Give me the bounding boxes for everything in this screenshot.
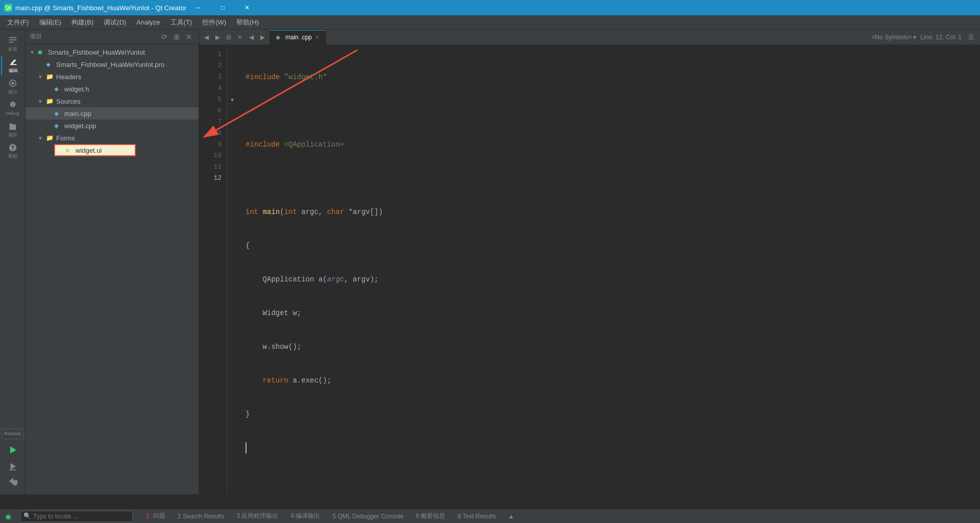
expand-btn[interactable]: ▲ (505, 512, 518, 521)
menu-build[interactable]: 构建(B) (66, 15, 99, 30)
nav-forward-btn[interactable]: ▶ (212, 32, 223, 42)
nav-prev-btn[interactable]: ◀ (246, 32, 256, 42)
run-button[interactable] (4, 442, 22, 458)
symbols-selector[interactable]: <No Symbols> ▾ (871, 34, 916, 41)
locate-search-input[interactable] (20, 511, 133, 522)
maximize-button[interactable]: □ (211, 0, 234, 15)
app-icon: Qt (4, 4, 12, 12)
svg-rect-0 (9, 37, 16, 38)
fold-arrow-5[interactable]: ▼ (227, 94, 237, 105)
nav-back-btn[interactable]: ◀ (201, 32, 211, 42)
line-col-display: Line: 12, Col: 1 (920, 34, 962, 41)
run-debug-button[interactable] (4, 459, 22, 474)
debug-icon-btn[interactable]: Debug (1, 98, 24, 118)
menu-controls[interactable]: 控件(W) (197, 15, 231, 30)
svg-point-4 (11, 82, 14, 84)
line-num-5: 5 (217, 94, 222, 105)
tree-headers-label: Headers (56, 73, 81, 81)
menu-file[interactable]: 文件(F) (2, 15, 34, 30)
tree-sources-folder[interactable]: ▼ 📁 Sources (26, 95, 199, 107)
include2-keyword: #include (246, 139, 284, 150)
lparen: ( (280, 206, 284, 218)
welcome-icon-btn[interactable]: 欢迎 (1, 34, 24, 54)
return-indent (246, 375, 263, 386)
code-content[interactable]: #include "widget.h" #include <QApplicati… (237, 45, 980, 494)
char-keyword: char (327, 206, 345, 218)
tree-pro-label: Smarts_Fishbowl_HuaWeiYunIot.pro (56, 61, 164, 68)
tab-main-cpp[interactable]: ◈ main .cpp ✕ (270, 30, 326, 44)
tree-headers-folder[interactable]: ▼ 📁 Headers (26, 70, 199, 83)
menu-bar: 文件(F) 编辑(E) 构建(B) 调试(D) Analyze 工具(T) 控件… (0, 15, 980, 30)
tab-close-btn[interactable]: ✕ (315, 34, 320, 41)
argc-param: argc, (297, 206, 327, 218)
line-num-1: 1 (217, 49, 222, 60)
nav-next-btn[interactable]: ▶ (257, 32, 267, 42)
tree-root[interactable]: ▼ ■ Smarts_Fishbowl_HuaWeiYunIot (26, 46, 199, 58)
tab-problems[interactable]: 1 问题 (143, 511, 168, 521)
argc-var: argc (327, 274, 345, 285)
sidebar-close-btn[interactable]: ✕ (183, 31, 194, 42)
edit-icon-btn[interactable]: 编辑 (1, 55, 24, 76)
editor-wrapper: ◀ ▶ ⊞ ✕ ◀ ▶ ◈ main .cpp ✕ <No Symbols> ▾… (199, 30, 980, 494)
svg-rect-1 (9, 39, 16, 40)
editor-options-btn[interactable]: ☰ (966, 32, 976, 42)
sidebar-sync-btn[interactable]: ⟳ (159, 31, 170, 42)
tree-forms-folder[interactable]: ▼ 📁 Forms (26, 132, 199, 144)
tree-main-cpp[interactable]: ◈ main.cpp (26, 107, 199, 120)
tab-app-output[interactable]: 3 应用程序输出 (233, 511, 281, 521)
activity-bar: 欢迎 编辑 设计 Debug 项目 帮助 (0, 30, 26, 494)
code-line-9: w.show(); (246, 341, 972, 352)
code-line-12 (246, 442, 972, 454)
code-line-7: QApplication a(argc, argv); (246, 274, 972, 285)
tree-root-label: Smarts_Fishbowl_HuaWeiYunIot (48, 49, 145, 56)
search-icon: 🔍 (23, 512, 31, 519)
project-icon-btn[interactable]: 项目 (1, 120, 24, 140)
tab-compile-output[interactable]: 4 编译输出 (287, 511, 323, 521)
menu-help[interactable]: 帮助(H) (231, 15, 264, 30)
tab-main-cpp-label: main .cpp (285, 34, 312, 41)
tab-qml-console[interactable]: 5 QML Debugger Console (329, 512, 406, 521)
help-label: 帮助 (8, 153, 17, 160)
debug-label: Debug (6, 111, 19, 116)
design-icon-btn[interactable]: 设计 (1, 77, 24, 97)
tab-summary[interactable]: 6 概要信息 (412, 511, 448, 521)
menu-tools[interactable]: 工具(T) (165, 15, 198, 30)
close-button[interactable]: ✕ (235, 0, 259, 15)
code-line-1: #include "widget.h" (246, 72, 972, 83)
status-bar: ◉ 🔍 1 问题 2 Search Results 3 应用程序输出 4 编译输… (0, 509, 980, 523)
show-stmt: w.show(); (246, 341, 301, 352)
code-line-2 (246, 105, 972, 116)
minimize-button[interactable]: ─ (186, 0, 210, 15)
main-funcname: main (263, 206, 280, 218)
window-controls: ─ □ ✕ (186, 0, 259, 15)
menu-debug[interactable]: 调试(D) (99, 15, 131, 30)
nav-refresh-btn[interactable]: ⊞ (224, 32, 234, 42)
code-line-11: } (246, 409, 972, 420)
widget-stmt: Widget w; (246, 307, 301, 319)
tree-widget-cpp[interactable]: ◈ widget.cpp (26, 120, 199, 132)
edit-label: 编辑 (9, 67, 18, 74)
menu-edit[interactable]: 编辑(E) (34, 15, 66, 30)
line-num-3: 3 (217, 72, 222, 83)
return-keyword: return (263, 375, 288, 386)
tree-widget-h[interactable]: ◈ widget.h (26, 83, 199, 95)
welcome-label: 欢迎 (8, 46, 17, 53)
include-string: "widget.h" (284, 72, 327, 83)
nav-close-btn[interactable]: ✕ (235, 32, 245, 42)
build-button[interactable] (4, 475, 22, 490)
line-numbers: 1 2 3 4 5 6 7 8 9 10 11 12 (199, 45, 227, 494)
tree-widget-ui[interactable]: ◈ widget.ui (54, 144, 136, 156)
tab-test-results[interactable]: 8 Test Results (454, 512, 499, 521)
tree-forms-label: Forms (56, 134, 75, 142)
svg-rect-2 (9, 41, 13, 42)
help-icon-btn[interactable]: 帮助 (1, 141, 24, 161)
line-num-10: 10 (213, 150, 222, 161)
menu-analyze[interactable]: Analyze (131, 15, 165, 30)
sidebar-filter-btn[interactable]: ⊞ (171, 31, 182, 42)
code-editor: 1 2 3 4 5 6 7 8 9 10 11 12 (199, 45, 980, 494)
tree-sources-label: Sources (56, 98, 81, 105)
status-icon[interactable]: ◉ (2, 511, 14, 521)
code-line-4 (246, 173, 972, 184)
tree-pro-file[interactable]: ◈ Smarts_Fishbowl_HuaWeiYunIot.pro (26, 58, 199, 70)
tab-search-results[interactable]: 2 Search Results (175, 512, 227, 521)
